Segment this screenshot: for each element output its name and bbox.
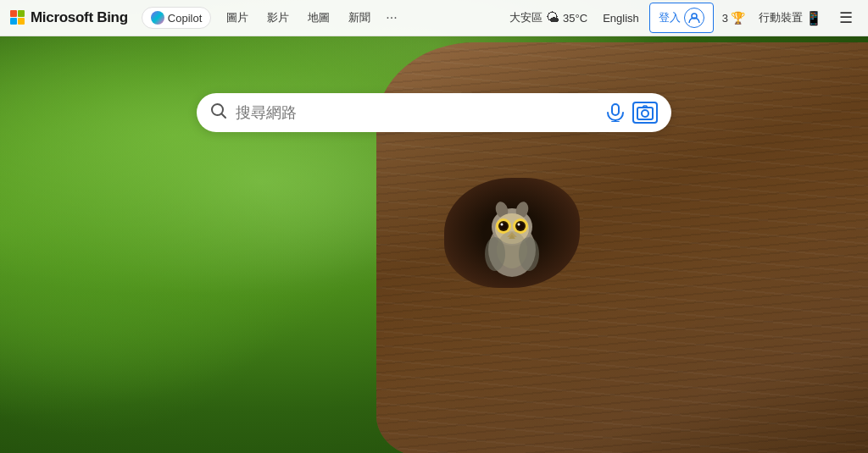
login-label: 登入 [659, 10, 681, 25]
weather-area: 大安區 🌤 35°C [509, 10, 587, 25]
search-input[interactable] [236, 104, 598, 122]
trophy-icon: 🏆 [731, 11, 745, 25]
search-icon [210, 102, 227, 124]
copilot-button[interactable]: Copilot [142, 7, 211, 29]
phone-icon: 📱 [805, 10, 822, 26]
mobile-device-button[interactable]: 行動裝置 📱 [754, 7, 827, 30]
logo-area: Microsoft Bing [10, 9, 128, 26]
login-button[interactable]: 登入 [649, 3, 714, 33]
hamburger-menu-button[interactable]: ☰ [834, 5, 858, 30]
language-button[interactable]: English [598, 8, 644, 28]
visual-search-button[interactable] [632, 102, 658, 124]
microphone-button[interactable] [607, 103, 624, 122]
svg-point-16 [485, 237, 505, 271]
nav-news[interactable]: 新聞 [342, 7, 377, 29]
temperature-text: 35°C [563, 12, 587, 25]
nav-maps[interactable]: 地圖 [301, 7, 337, 29]
logo-sq-blue [10, 18, 17, 25]
svg-point-8 [501, 224, 504, 226]
search-bar [197, 93, 671, 132]
logo-sq-green [18, 10, 25, 17]
owl [470, 195, 571, 296]
navbar: Microsoft Bing Copilot 圖片 影片 地圖 新聞 ··· 大… [0, 0, 868, 36]
nav-more-button[interactable]: ··· [382, 7, 400, 29]
svg-point-24 [642, 110, 648, 117]
points-number: 3 [722, 12, 728, 25]
svg-rect-20 [612, 104, 619, 115]
microsoft-logo [10, 10, 25, 25]
search-actions [607, 102, 658, 124]
bing-logo-text: Microsoft Bing [31, 9, 128, 26]
logo-sq-red [10, 10, 17, 17]
logo-sq-yellow [18, 18, 25, 25]
search-container [197, 93, 671, 132]
svg-point-12 [518, 224, 520, 226]
nav-images[interactable]: 圖片 [220, 7, 255, 29]
copilot-icon [151, 11, 164, 25]
svg-point-17 [519, 237, 539, 271]
user-avatar-icon [684, 8, 704, 28]
points-area: 3 🏆 [722, 11, 745, 25]
mobile-label: 行動裝置 [759, 10, 803, 25]
location-text: 大安區 [509, 10, 542, 25]
weather-icon: 🌤 [546, 10, 559, 25]
copilot-label: Copilot [168, 12, 202, 25]
nav-videos[interactable]: 影片 [260, 7, 296, 29]
